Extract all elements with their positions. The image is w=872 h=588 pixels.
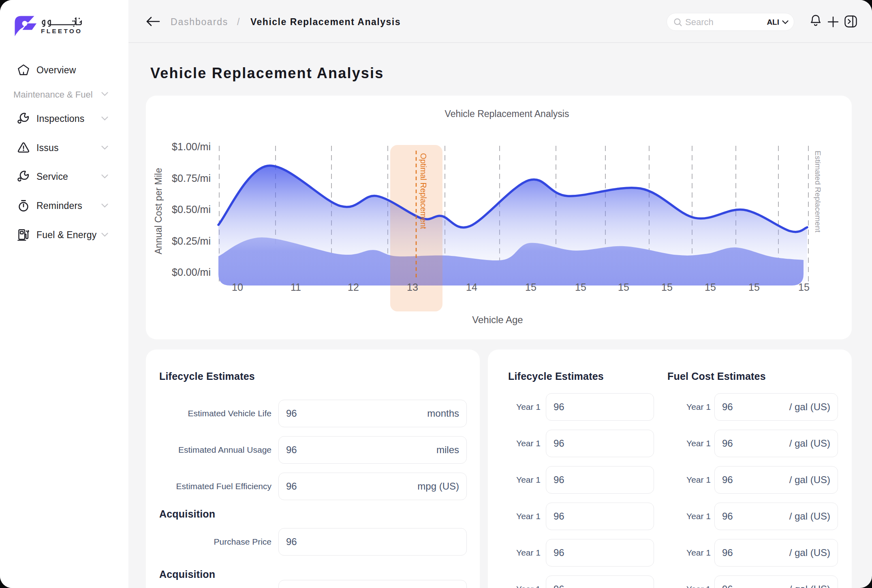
svg-text:15: 15 [798,281,810,293]
svg-text:15: 15 [661,281,673,293]
svg-text:15: 15 [575,281,586,293]
svg-text:$0.50/mi: $0.50/mi [172,204,211,215]
svg-text:$0.00/mi: $0.00/mi [172,266,211,278]
svg-text:Estimated Replacement: Estimated Replacement [814,151,822,232]
svg-text:$1.00/mi: $1.00/mi [172,141,211,152]
svg-text:15: 15 [705,281,716,293]
svg-text:Vehicle Replacement Analysis: Vehicle Replacement Analysis [445,109,569,119]
svg-text:15: 15 [618,281,629,293]
svg-text:10: 10 [232,281,243,293]
svg-text:Vehicle Age: Vehicle Age [472,314,523,325]
svg-text:11: 11 [291,281,301,293]
svg-text:12: 12 [348,281,359,293]
svg-text:$0.75/mi: $0.75/mi [172,173,211,184]
svg-text:Annual Cost per Mile: Annual Cost per Mile [153,168,164,255]
svg-text:15: 15 [525,281,536,293]
svg-text:14: 14 [466,281,477,293]
svg-text:15: 15 [748,281,760,293]
svg-text:$0.25/mi: $0.25/mi [172,235,211,247]
svg-text:13: 13 [407,281,418,293]
svg-text:Optimal Replacement: Optimal Replacement [419,153,428,229]
